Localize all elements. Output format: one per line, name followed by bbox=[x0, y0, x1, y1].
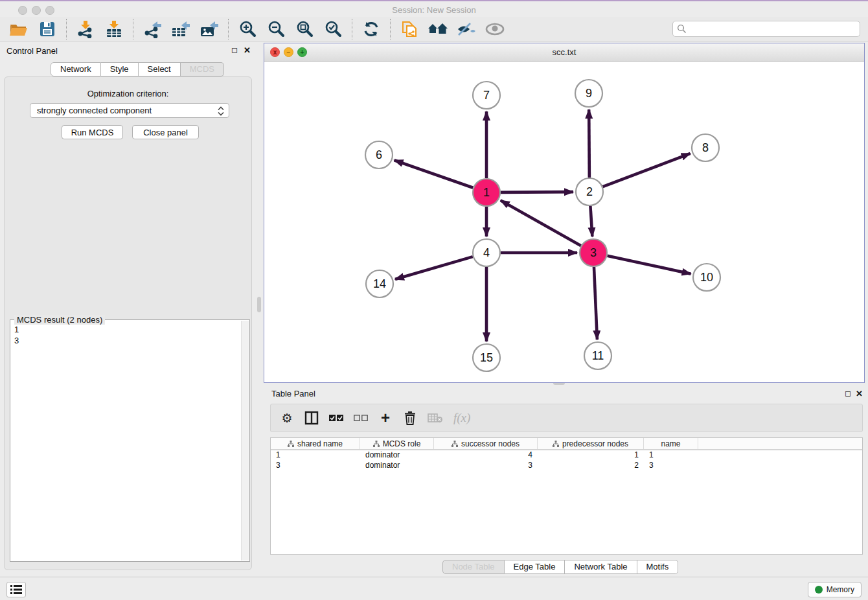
tab-edge-table[interactable]: Edge Table bbox=[505, 560, 565, 574]
table-cell[interactable]: 4 bbox=[434, 450, 538, 461]
table-row[interactable]: 1dominator411 bbox=[271, 450, 862, 461]
graph-edge-1-6[interactable] bbox=[394, 160, 474, 187]
mcds-result-scrollbar[interactable] bbox=[241, 321, 249, 560]
list-icon bbox=[10, 585, 22, 594]
memory-status-icon bbox=[815, 586, 823, 594]
control-panel-tabs: Network Style Select MCDS bbox=[51, 62, 224, 76]
table-row[interactable]: 3dominator323 bbox=[271, 461, 862, 471]
zoom-fit-icon[interactable] bbox=[293, 19, 315, 40]
column-header-shared-name[interactable]: shared name bbox=[271, 438, 360, 449]
graph-node-label-14: 14 bbox=[373, 277, 386, 290]
control-panel-title: Control Panel bbox=[6, 46, 58, 56]
close-panel-button[interactable]: Close panel bbox=[132, 125, 199, 139]
run-mcds-button[interactable]: Run MCDS bbox=[62, 125, 123, 139]
tab-motifs[interactable]: Motifs bbox=[637, 560, 679, 574]
graph-edge-3-10[interactable] bbox=[607, 256, 691, 274]
hide-selected-icon[interactable] bbox=[455, 19, 477, 40]
column-header-label: successor nodes bbox=[461, 439, 520, 448]
tab-select[interactable]: Select bbox=[139, 62, 181, 76]
show-columns-icon[interactable] bbox=[304, 410, 319, 426]
optimization-criterion-value: strongly connected component bbox=[37, 106, 152, 115]
unselect-all-columns-icon[interactable] bbox=[354, 410, 368, 426]
column-header-successor-nodes[interactable]: successor nodes bbox=[434, 438, 538, 449]
network-graph[interactable]: 7968124314101511 bbox=[264, 62, 864, 382]
control-panel-header: Control Panel ◻ ✕ bbox=[0, 43, 256, 60]
close-panel-icon[interactable]: ✕ bbox=[244, 45, 251, 55]
zoom-selected-icon[interactable] bbox=[322, 19, 344, 40]
table-settings-gear-icon[interactable]: ⚙ bbox=[280, 410, 294, 426]
graph-edge-3-11[interactable] bbox=[594, 267, 597, 340]
table-cell[interactable]: 3 bbox=[271, 461, 360, 471]
table-toolbar: ⚙ + f(x) bbox=[270, 404, 863, 432]
delete-column-icon[interactable] bbox=[403, 410, 417, 426]
import-table-icon[interactable] bbox=[103, 19, 125, 40]
table-cell[interactable]: dominator bbox=[360, 461, 434, 471]
export-table-icon[interactable] bbox=[170, 19, 192, 40]
table-panel: Table Panel ◻ ✕ ⚙ + f(x) shared nameMCDS… bbox=[264, 386, 868, 575]
window-title: Session: New Session bbox=[0, 5, 868, 15]
column-header-label: shared name bbox=[297, 439, 343, 448]
graph-edge-3-1[interactable] bbox=[501, 200, 581, 246]
table-panel-tabs: Node Table Edge Table Network Table Moti… bbox=[442, 560, 678, 574]
vertical-splitter-grip[interactable] bbox=[257, 297, 261, 312]
graph-node-label-9: 9 bbox=[586, 87, 592, 100]
search-input[interactable] bbox=[672, 21, 860, 37]
save-session-icon[interactable] bbox=[36, 19, 58, 40]
column-header-predecessor-nodes[interactable]: predecessor nodes bbox=[538, 438, 644, 449]
close-table-panel-icon[interactable]: ✕ bbox=[856, 389, 863, 398]
table-panel-title: Table Panel bbox=[271, 389, 315, 398]
mcds-result-list[interactable]: 1 3 bbox=[14, 324, 19, 346]
delete-table-icon bbox=[428, 410, 443, 426]
zoom-out-icon[interactable] bbox=[265, 19, 287, 40]
network-window-titlebar[interactable]: x − + scc.txt bbox=[264, 43, 864, 62]
tab-network-table[interactable]: Network Table bbox=[565, 560, 637, 574]
table-cell[interactable]: 3 bbox=[434, 461, 538, 471]
table-cell[interactable]: 1 bbox=[271, 450, 360, 461]
table-cell[interactable]: 1 bbox=[538, 450, 644, 461]
task-history-button[interactable] bbox=[6, 582, 26, 597]
create-column-icon[interactable]: + bbox=[378, 410, 393, 426]
search-icon bbox=[677, 24, 687, 34]
node-table: shared nameMCDS rolesuccessor nodesprede… bbox=[270, 437, 863, 555]
float-table-panel-icon[interactable]: ◻ bbox=[845, 389, 851, 398]
column-header-name[interactable]: name bbox=[644, 438, 698, 449]
main-toolbar bbox=[0, 17, 868, 41]
tab-node-table[interactable]: Node Table bbox=[442, 560, 505, 574]
network-canvas[interactable]: 7968124314101511 bbox=[264, 62, 864, 382]
import-network-icon[interactable] bbox=[74, 19, 97, 40]
zoom-in-icon[interactable] bbox=[236, 19, 258, 40]
network-window-title: scc.txt bbox=[264, 47, 864, 57]
table-cell[interactable]: 3 bbox=[644, 461, 698, 471]
network-snapshot-icon[interactable] bbox=[398, 19, 420, 40]
graph-edge-4-14[interactable] bbox=[395, 257, 473, 279]
graph-edge-2-8[interactable] bbox=[603, 154, 691, 187]
edge-layer bbox=[394, 110, 691, 341]
titlebar: Session: New Session bbox=[0, 1, 868, 17]
show-selected-icon[interactable] bbox=[484, 19, 506, 40]
table-cell[interactable]: dominator bbox=[360, 450, 434, 461]
tab-network[interactable]: Network bbox=[51, 62, 101, 76]
select-all-columns-icon[interactable] bbox=[329, 410, 343, 426]
table-cell[interactable]: 2 bbox=[538, 461, 644, 471]
graph-edge-2-3[interactable] bbox=[590, 206, 592, 237]
mcds-result-title: MCDS result (2 nodes) bbox=[14, 315, 105, 325]
open-file-icon[interactable] bbox=[8, 19, 30, 40]
graph-node-label-2: 2 bbox=[586, 185, 593, 198]
graph-node-label-3: 3 bbox=[590, 246, 597, 259]
tab-style[interactable]: Style bbox=[101, 62, 139, 76]
export-network-icon[interactable] bbox=[141, 19, 163, 40]
refresh-layout-icon[interactable] bbox=[360, 19, 382, 40]
graph-node-label-8: 8 bbox=[702, 141, 709, 154]
float-panel-icon[interactable]: ◻ bbox=[231, 45, 238, 54]
tab-mcds[interactable]: MCDS bbox=[181, 62, 224, 76]
optimization-criterion-select[interactable]: strongly connected component bbox=[30, 103, 229, 118]
show-all-networks-icon[interactable] bbox=[427, 19, 449, 40]
column-header-MCDS-role[interactable]: MCDS role bbox=[360, 438, 434, 449]
graph-edge-2-9[interactable] bbox=[589, 110, 589, 178]
export-image-icon[interactable] bbox=[198, 19, 220, 40]
memory-button[interactable]: Memory bbox=[808, 582, 862, 597]
column-header-label: name bbox=[661, 439, 680, 448]
graph-node-label-1: 1 bbox=[483, 186, 490, 199]
table-cell[interactable]: 1 bbox=[644, 450, 698, 461]
graph-edge-1-2[interactable] bbox=[501, 192, 573, 192]
